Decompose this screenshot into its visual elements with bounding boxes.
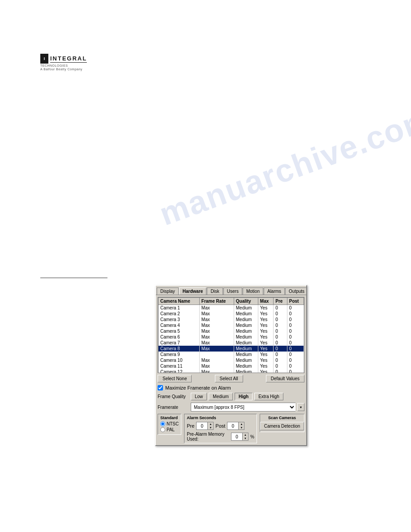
standard-group: Standard NTSC PAL	[158, 414, 181, 435]
default-values-button[interactable]: Default Values	[266, 375, 304, 382]
pre-alarm-spinner: ▲ ▼	[231, 433, 248, 441]
pre-alarm-memory-row: Pre-Alarm Memory Used: ▲ ▼ %	[187, 432, 254, 442]
frame-quality-label: Frame Quality	[158, 394, 189, 399]
pre-alarm-increment-button[interactable]: ▲	[243, 433, 248, 437]
pre-label: Pre	[187, 423, 194, 429]
table-row[interactable]: Camera 8MaxMediumYes00	[158, 346, 304, 352]
table-row[interactable]: Camera 6MaxMediumYes00	[158, 334, 304, 340]
pal-label: PAL	[167, 427, 175, 432]
pre-alarm-memory-label: Pre-Alarm Memory Used:	[187, 432, 229, 442]
pre-value-input[interactable]	[197, 422, 207, 429]
table-row[interactable]: Camera 4MaxMediumYes00	[158, 322, 304, 328]
pre-spinner: ▲ ▼	[196, 422, 214, 430]
pal-radio-row: PAL	[160, 427, 179, 432]
table-row[interactable]: Camera 12MaxMediumYes00	[158, 369, 304, 373]
framerate-select-wrapper: Maximum [approx 8 FPS] High [approx 6 FP…	[191, 403, 295, 412]
tab-motion[interactable]: Motion	[243, 287, 263, 295]
maximize-checkbox-row: Maximize Framerate on Alarm	[158, 385, 304, 390]
pal-radio[interactable]	[160, 427, 165, 432]
maximize-framerate-label: Maximize Framerate on Alarm	[165, 385, 231, 390]
table-row[interactable]: Camera 7MaxMediumYes00	[158, 340, 304, 346]
col-header-max: Max	[258, 298, 274, 305]
bottom-section: Standard NTSC PAL Alarm Seconds Pre	[158, 414, 304, 443]
tab-alarms[interactable]: Alarms	[264, 287, 285, 295]
select-all-button[interactable]: Select All	[215, 375, 243, 382]
pre-alarm-spinner-buttons: ▲ ▼	[242, 433, 248, 440]
camera-table: Camera Name Frame Rate Quality Max Pre P…	[158, 297, 304, 373]
pre-alarm-unit: %	[250, 434, 254, 439]
alarm-pre-row: Pre ▲ ▼ Post ▲ ▼	[187, 422, 254, 430]
section-divider	[40, 278, 107, 278]
col-header-post: Post	[287, 298, 304, 305]
maximize-framerate-checkbox[interactable]	[158, 385, 163, 390]
camera-table-wrapper[interactable]: Camera Name Frame Rate Quality Max Pre P…	[158, 297, 304, 373]
post-label: Post	[215, 423, 225, 429]
ntsc-label: NTSC	[167, 421, 179, 426]
logo-area: I INTEGRAL TECHNOLOGIES A Balfour Beatty…	[40, 54, 87, 71]
standard-label: Standard	[160, 416, 179, 420]
settings-dialog: Display Hardware Disk Users Motion Alarm…	[155, 285, 307, 446]
post-increment-button[interactable]: ▲	[239, 422, 244, 426]
quality-extra-high-button[interactable]: Extra High	[254, 393, 283, 400]
col-header-name: Camera Name	[158, 298, 200, 305]
scan-cameras-label: Scan Cameras	[268, 416, 296, 420]
table-header-row: Camera Name Frame Rate Quality Max Pre P…	[158, 298, 304, 305]
post-spinner-buttons: ▲ ▼	[238, 422, 244, 429]
alarm-seconds-label: Alarm Seconds	[187, 416, 254, 420]
tab-hardware[interactable]: Hardware	[179, 287, 207, 295]
camera-table-body: Camera 1MaxMediumYes00Camera 2MaxMediumY…	[158, 305, 304, 373]
ntsc-radio-row: NTSC	[160, 421, 179, 426]
framerate-label: Framerate	[158, 405, 189, 410]
quality-low-button[interactable]: Low	[191, 393, 207, 400]
col-header-framerate: Frame Rate	[199, 298, 234, 305]
post-value-input[interactable]	[227, 422, 238, 429]
table-row[interactable]: Camera 1MaxMediumYes00	[158, 305, 304, 311]
col-header-pre: Pre	[274, 298, 287, 305]
pre-alarm-decrement-button[interactable]: ▼	[243, 437, 248, 440]
table-row[interactable]: Camera 3MaxMediumYes00	[158, 317, 304, 322]
scan-cameras-group: Scan Cameras Camera Detection	[260, 414, 304, 432]
quality-high-button[interactable]: High	[235, 393, 253, 400]
col-header-quality: Quality	[234, 298, 258, 305]
tab-users[interactable]: Users	[223, 287, 242, 295]
tab-bar: Display Hardware Disk Users Motion Alarm…	[156, 286, 306, 295]
ntsc-radio[interactable]	[160, 421, 165, 426]
pre-increment-button[interactable]: ▲	[208, 422, 213, 426]
framerate-row: Framerate Maximum [approx 8 FPS] High [a…	[158, 403, 304, 412]
camera-detection-button[interactable]: Camera Detection	[260, 422, 304, 430]
pre-alarm-value-input[interactable]	[231, 433, 242, 440]
framerate-dropdown-arrow[interactable]: ▼	[297, 403, 304, 411]
logo-icon: I	[40, 54, 48, 64]
logo-sub1: TECHNOLOGIES	[40, 64, 87, 67]
table-buttons-row: Select None Select All Default Values	[158, 375, 304, 382]
post-spinner: ▲ ▼	[227, 422, 244, 430]
post-decrement-button[interactable]: ▼	[239, 426, 244, 429]
table-row[interactable]: Camera 2MaxMediumYes00	[158, 311, 304, 317]
tab-display[interactable]: Display	[157, 287, 179, 295]
logo-brand: INTEGRAL	[50, 55, 87, 62]
quality-medium-button[interactable]: Medium	[209, 393, 233, 400]
tab-outputs[interactable]: Outputs	[285, 287, 306, 295]
table-row[interactable]: Camera 5MaxMediumYes00	[158, 328, 304, 334]
frame-quality-row: Frame Quality Low Medium High Extra High	[158, 393, 304, 400]
logo-sub2: A Balfour Beatty Company	[40, 68, 87, 71]
pre-spinner-buttons: ▲ ▼	[207, 422, 213, 429]
table-row[interactable]: Camera 9MediumYes00	[158, 352, 304, 357]
dialog-content: Camera Name Frame Rate Quality Max Pre P…	[156, 295, 306, 445]
select-none-button[interactable]: Select None	[158, 375, 192, 382]
tab-disk[interactable]: Disk	[207, 287, 223, 295]
table-row[interactable]: Camera 11MaxMediumYes00	[158, 363, 304, 369]
alarm-seconds-group: Alarm Seconds Pre ▲ ▼ Post ▲	[184, 414, 257, 443]
table-row[interactable]: Camera 10MaxMediumYes00	[158, 357, 304, 363]
framerate-select[interactable]: Maximum [approx 8 FPS] High [approx 6 FP…	[191, 403, 295, 411]
watermark: manuarchive.com	[154, 100, 411, 233]
pre-decrement-button[interactable]: ▼	[208, 426, 213, 429]
